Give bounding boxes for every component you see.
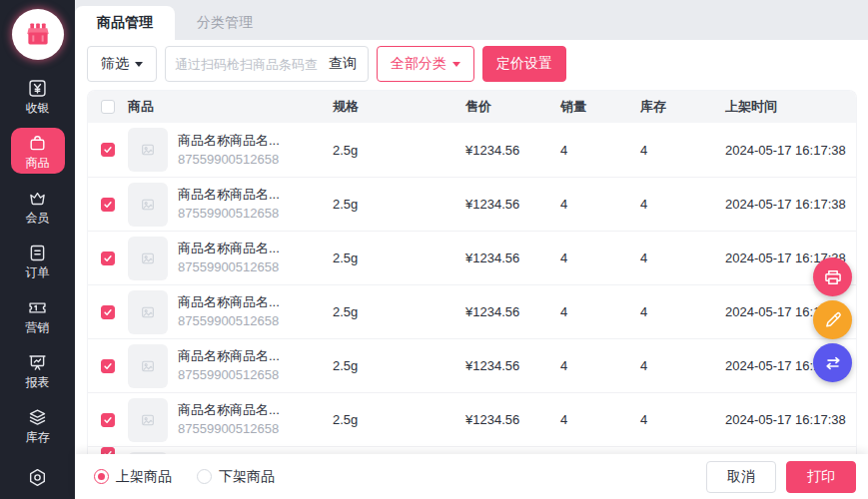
row-checkbox[interactable]	[101, 447, 115, 454]
filter-button-label: 筛选	[101, 55, 129, 73]
member-icon	[27, 188, 48, 209]
search-button[interactable]: 查询	[318, 55, 368, 73]
app-logo	[12, 9, 64, 60]
row-checkbox[interactable]	[101, 305, 115, 319]
sidebar-item-report[interactable]: 报表	[11, 347, 65, 393]
content-area: 筛选 查询 全部分类 定价设置 商品 规格 售价 销量 库	[75, 40, 868, 454]
product-text: 商品名称商品名... 87559900512658	[178, 241, 280, 274]
image-icon	[140, 358, 156, 374]
column-header-sales: 销量	[560, 98, 640, 116]
cancel-button[interactable]: 取消	[706, 461, 776, 493]
cashier-icon	[27, 78, 48, 99]
sidebar-item-inventory[interactable]: 库存	[11, 402, 65, 448]
edit-fab[interactable]	[813, 300, 852, 339]
column-header-time: 上架时间	[725, 98, 856, 116]
print-button[interactable]: 打印	[786, 461, 856, 493]
product-image-placeholder	[128, 183, 168, 227]
radio-on-sale[interactable]: 上架商品	[94, 468, 172, 486]
table-row[interactable]: 商品名称商品名... 87559900512658 2.5g ¥1234.56 …	[88, 177, 856, 231]
sales-cell: 4	[560, 304, 640, 319]
table-row[interactable]: 商品名称商品名... 87559900512658 2.5g ¥1234.56 …	[88, 392, 856, 446]
row-checkbox[interactable]	[101, 198, 115, 212]
pricing-settings-button[interactable]: 定价设置	[482, 46, 566, 82]
tab-bar: 商品管理分类管理	[75, 0, 868, 40]
table-row[interactable]: 商品名称商品名... 87559900512658 2.5g ¥1234.56 …	[88, 284, 856, 338]
tab-category-manage[interactable]: 分类管理	[175, 6, 275, 40]
time-cell: 2024-05-17 16:17:38	[725, 143, 856, 158]
product-name: 商品名称商品名...	[178, 348, 280, 364]
radio-on-sale-label: 上架商品	[116, 468, 172, 486]
radio-unselected-icon	[197, 469, 212, 484]
product-barcode: 87559900512658	[178, 259, 280, 275]
product-image-placeholder	[128, 398, 168, 442]
product-name: 商品名称商品名...	[178, 402, 280, 418]
product-barcode: 87559900512658	[178, 313, 280, 329]
sidebar-item-label: 订单	[26, 266, 50, 278]
printer-icon	[823, 267, 843, 287]
gear-icon	[27, 467, 48, 492]
barcode-search: 查询	[165, 46, 369, 82]
price-cell: ¥1234.56	[465, 197, 560, 212]
print-fab[interactable]	[813, 257, 852, 296]
transfer-fab[interactable]	[813, 343, 852, 382]
row-checkbox[interactable]	[101, 143, 115, 157]
table-row[interactable]: 商品名称商品名... 87559900512658 2.5g ¥1234.56 …	[88, 123, 856, 177]
table-row[interactable]	[88, 446, 856, 454]
inventory-icon	[27, 407, 48, 428]
product-image-placeholder	[128, 237, 168, 280]
stock-cell: 4	[640, 197, 725, 212]
tab-goods-manage[interactable]: 商品管理	[75, 6, 175, 40]
spec-cell: 2.5g	[333, 358, 465, 373]
radio-off-sale[interactable]: 下架商品	[197, 468, 275, 486]
table-header: 商品 规格 售价 销量 库存 上架时间	[88, 91, 856, 123]
sidebar-item-settings[interactable]	[11, 460, 65, 499]
sidebar-item-cashier[interactable]: 收银	[11, 73, 65, 119]
spec-cell: 2.5g	[333, 304, 465, 319]
image-icon	[140, 197, 156, 213]
table-row[interactable]: 商品名称商品名... 87559900512658 2.5g ¥1234.56 …	[88, 338, 856, 392]
filter-button[interactable]: 筛选	[87, 46, 157, 82]
toolbar: 筛选 查询 全部分类 定价设置	[87, 46, 857, 82]
sidebar-item-label: 商品	[26, 157, 50, 169]
table-row[interactable]: 商品名称商品名... 87559900512658 2.5g ¥1234.56 …	[88, 231, 856, 284]
sidebar: 收银商品会员订单营销报表库存	[0, 0, 75, 499]
sidebar-item-marketing[interactable]: 营销	[11, 292, 65, 338]
product-image-placeholder	[128, 290, 168, 334]
time-cell: 2024-05-17 16:17:38	[725, 197, 856, 212]
price-cell: ¥1234.56	[465, 412, 560, 427]
sidebar-item-order[interactable]: 订单	[11, 238, 65, 283]
row-checkbox[interactable]	[101, 251, 115, 265]
sales-cell: 4	[560, 197, 640, 212]
column-header-price: 售价	[465, 98, 560, 116]
image-icon	[140, 142, 156, 158]
spec-cell: 2.5g	[333, 197, 465, 212]
select-all-checkbox[interactable]	[101, 100, 115, 114]
sidebar-item-label: 收银	[26, 102, 50, 114]
category-filter-button[interactable]: 全部分类	[377, 46, 474, 82]
product-barcode: 87559900512658	[178, 206, 280, 222]
sidebar-item-goods[interactable]: 商品	[11, 128, 65, 174]
store-logo-icon	[21, 17, 55, 51]
spec-cell: 2.5g	[333, 250, 465, 265]
stock-cell: 4	[640, 412, 725, 427]
price-cell: ¥1234.56	[465, 358, 560, 373]
radio-selected-icon	[94, 469, 109, 484]
image-icon	[140, 304, 156, 320]
listing-filter-radios: 上架商品 下架商品	[94, 468, 275, 486]
barcode-search-input[interactable]	[166, 57, 318, 72]
product-name: 商品名称商品名...	[178, 241, 280, 256]
sales-cell: 4	[560, 250, 640, 265]
image-icon	[140, 412, 156, 428]
stock-cell: 4	[640, 358, 725, 373]
sales-cell: 4	[560, 358, 640, 373]
sidebar-item-member[interactable]: 会员	[11, 183, 65, 229]
stock-cell: 4	[640, 143, 725, 158]
transfer-icon	[823, 353, 843, 373]
sidebar-item-label: 报表	[26, 376, 50, 388]
spec-cell: 2.5g	[333, 143, 465, 158]
row-checkbox[interactable]	[101, 359, 115, 373]
sidebar-item-label: 会员	[26, 212, 50, 224]
column-header-product: 商品	[128, 98, 333, 116]
row-checkbox[interactable]	[101, 413, 115, 427]
main-area: 商品管理分类管理 筛选 查询 全部分类 定价设置 商品	[75, 0, 868, 499]
